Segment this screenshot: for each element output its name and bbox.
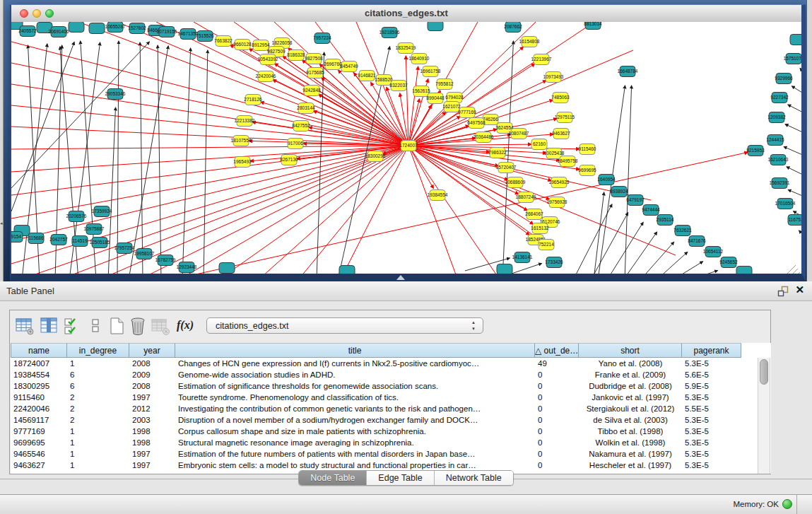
graph-node[interactable]: 39154: [11, 232, 23, 243]
edge-selected[interactable]: [11, 146, 408, 172]
graph-node[interactable]: 8990448: [426, 93, 445, 104]
table-cell-title[interactable]: Corpus callosum shape and size in male p…: [175, 426, 535, 437]
edge-selected[interactable]: [11, 63, 408, 146]
graph-node[interactable]: 2405572: [18, 26, 37, 37]
new-table-icon[interactable]: [106, 315, 127, 337]
graph-node[interactable]: 1640954: [597, 175, 616, 185]
graph-node[interactable]: 16961758: [420, 66, 441, 77]
graph-node[interactable]: 18807249: [516, 192, 536, 203]
graph-node[interactable]: 14136141: [512, 252, 533, 263]
graph-node[interactable]: 10543392: [258, 54, 278, 65]
scrollbar-thumb[interactable]: [760, 359, 768, 385]
graph-node[interactable]: 1965493: [233, 157, 252, 168]
graph-node[interactable]: 6497568: [467, 118, 486, 129]
edge[interactable]: [788, 105, 801, 114]
edge[interactable]: [657, 252, 688, 274]
table-cell-pagerank[interactable]: 5.3E-5: [682, 414, 741, 426]
graph-node[interactable]: 8267130: [280, 155, 298, 165]
table-cell-title[interactable]: Estimation of significance thresholds fo…: [175, 380, 535, 392]
table-cell-year[interactable]: 1997: [129, 460, 175, 471]
edge-selected[interactable]: [408, 99, 419, 146]
table-cell-in_degree[interactable]: 1: [67, 460, 129, 471]
graph-node[interactable]: 1527602: [128, 23, 146, 34]
graph-node[interactable]: 2696760: [324, 59, 342, 70]
table-settings-icon[interactable]: [14, 315, 35, 337]
edge[interactable]: [140, 42, 143, 274]
graph-node[interactable]: 7632621: [673, 226, 692, 236]
graph-node[interactable]: 8471676: [688, 236, 706, 247]
table-row[interactable]: 1456911722003Disruption of a novel membe…: [11, 414, 758, 426]
table-cell-out_de[interactable]: 0: [535, 437, 579, 448]
graph-node[interactable]: 19654923: [549, 177, 570, 188]
edge[interactable]: [792, 86, 801, 95]
graph-node[interactable]: [89, 23, 105, 34]
table-cell-short[interactable]: Dudbridge et al. (2008): [579, 380, 682, 392]
network-graph-canvas[interactable]: 1724007240557220691406106552871527602846…: [11, 22, 801, 274]
graph-node[interactable]: 29053346: [105, 89, 126, 100]
table-cell-in_degree[interactable]: 1: [67, 448, 129, 460]
graph-node[interactable]: 19958107: [134, 249, 155, 259]
column-header-year[interactable]: year: [129, 343, 175, 358]
graph-node[interactable]: 10975887: [84, 224, 105, 235]
table-cell-title[interactable]: Structural magnetic resonance image aver…: [175, 437, 535, 448]
table-cell-out_de[interactable]: 0: [535, 426, 579, 437]
graph-node[interactable]: 9660128: [233, 40, 252, 50]
table-cell-in_degree[interactable]: 2: [67, 414, 129, 426]
graph-node[interactable]: 2684067: [525, 209, 543, 220]
table-cell-out_de[interactable]: 0: [535, 392, 579, 403]
graph-node[interactable]: 2042757: [49, 235, 68, 245]
table-row[interactable]: 977716911998Corpus callosum shape and si…: [11, 426, 758, 437]
graph-node[interactable]: 7515526: [196, 31, 214, 42]
table-cell-out_de[interactable]: 0: [535, 369, 579, 380]
graph-node[interactable]: 9175685: [306, 68, 324, 78]
table-cell-short[interactable]: Wolkin et al. (1998): [579, 437, 682, 448]
table-cell-name[interactable]: 19384554: [11, 369, 67, 380]
graph-node[interactable]: 917006: [288, 139, 303, 149]
table-cell-name[interactable]: 18300295: [11, 380, 67, 392]
table-cell-pagerank[interactable]: 5.3E-5: [682, 448, 741, 460]
graph-node[interactable]: 9827508: [305, 54, 323, 64]
window-titlebar[interactable]: citations_edges.txt: [11, 5, 801, 23]
table-cell-pagerank[interactable]: 5.9E-5: [682, 380, 741, 392]
table-cell-in_degree[interactable]: 1: [67, 437, 129, 448]
graph-node[interactable]: 6479197: [626, 195, 645, 206]
table-cell-out_de[interactable]: 0: [535, 448, 579, 460]
table-cell-pagerank[interactable]: 5.5E-5: [682, 403, 741, 414]
edge[interactable]: [787, 167, 801, 176]
table-cell-year[interactable]: 2012: [129, 403, 175, 414]
graph-node[interactable]: 9329966: [775, 74, 793, 84]
column-header-pagerank[interactable]: pagerank: [682, 343, 741, 358]
table-cell-short[interactable]: Franke et al. (2009): [579, 369, 682, 380]
graph-node[interactable]: 8322037: [389, 81, 408, 91]
table-cell-in_degree[interactable]: 2: [67, 392, 129, 403]
graph-node[interactable]: [69, 22, 84, 33]
graph-node[interactable]: 8454749: [340, 62, 358, 72]
column-header-name[interactable]: name: [11, 343, 67, 358]
table-row[interactable]: 1830029562008Estimation of significance …: [11, 380, 758, 392]
table-cell-name[interactable]: 22420046: [11, 403, 67, 414]
graph-node[interactable]: 16210643: [768, 155, 789, 165]
table-cell-short[interactable]: Yano et al. (2008): [579, 358, 682, 369]
graph-node[interactable]: 7955812: [435, 79, 454, 90]
edge[interactable]: [785, 124, 801, 134]
graph-node[interactable]: 18640910: [409, 54, 430, 64]
graph-node[interactable]: 20206576: [66, 211, 87, 222]
edge-selected[interactable]: [184, 146, 408, 274]
table-cell-name[interactable]: 9463627: [11, 460, 67, 471]
edge[interactable]: [784, 146, 801, 156]
select-rows-icon[interactable]: [62, 315, 83, 337]
table-row[interactable]: 2242004622012Investigating the contribut…: [11, 403, 758, 414]
graph-node[interactable]: 12213382: [235, 116, 255, 127]
graph-node[interactable]: 18495758: [558, 156, 578, 167]
column-header-short[interactable]: short: [579, 343, 682, 358]
edge[interactable]: [11, 42, 149, 188]
table-row[interactable]: 946554611997Estimation of the future num…: [11, 448, 758, 460]
table-cell-year[interactable]: 2003: [129, 414, 175, 426]
graph-node[interactable]: 17359924: [92, 206, 112, 217]
table-source-select[interactable]: citations_edges.txt ▲▼: [206, 317, 483, 334]
graph-node[interactable]: 10688609: [505, 177, 526, 188]
graph-node[interactable]: 10719155: [157, 27, 177, 37]
graph-node[interactable]: 10807487: [509, 129, 529, 139]
graph-node[interactable]: [219, 263, 235, 274]
table-cell-short[interactable]: Nakamura et al. (1997): [579, 448, 682, 460]
